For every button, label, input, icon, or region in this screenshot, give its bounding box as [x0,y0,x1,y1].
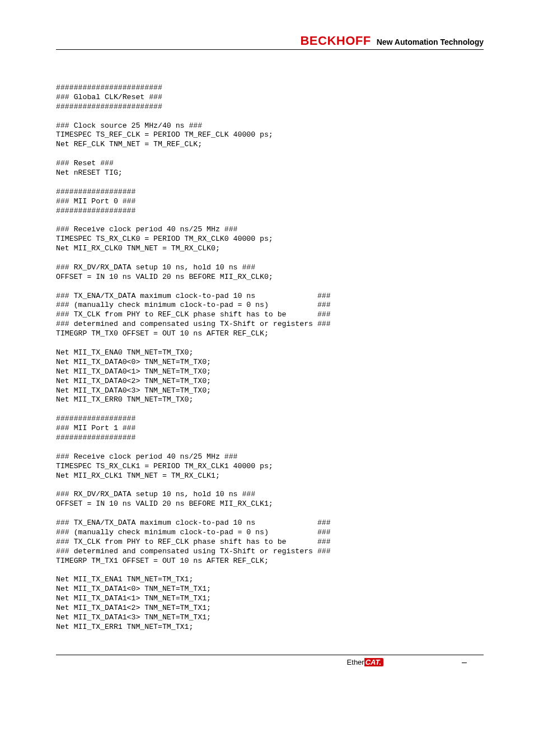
page: BECKHOFF New Automation Technology #####… [0,0,534,690]
brand-tagline: New Automation Technology [377,38,484,46]
footer-dash: – [462,657,484,668]
ethercat-logo: EtherCAT. [347,658,383,666]
ethercat-suffix: CAT. [364,658,383,666]
header-bar: BECKHOFF New Automation Technology [56,34,484,50]
brand-logo: BECKHOFF [300,34,371,48]
ethercat-prefix: Ether [347,658,364,666]
footer-bar: EtherCAT. – [56,655,484,668]
code-block: ######################## ### Global CLK/… [56,83,484,632]
